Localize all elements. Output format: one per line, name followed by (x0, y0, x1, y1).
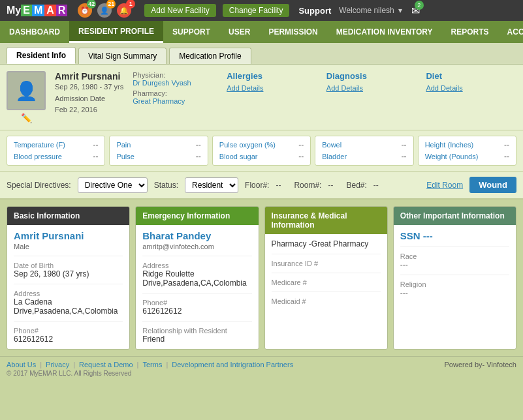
floor-label: Floor#: (245, 181, 269, 190)
copyright-text: © 2017 MyEMAR LLC. All Rights Reserved (7, 370, 516, 377)
edit-room-link[interactable]: Edit Room (426, 181, 463, 190)
vital-temperature: Temperature (F) -- Blood pressure -- (7, 136, 105, 166)
medicaid-label: Medicaid # (272, 297, 381, 305)
vital-blood-pressure-value: -- (93, 152, 98, 161)
physician-label: Physician: (133, 71, 165, 79)
diagnosis-add-link[interactable]: Add Details (326, 84, 363, 92)
allergies-block: Allergies Add Details (227, 71, 317, 123)
about-us-link[interactable]: About Us (7, 361, 36, 368)
dev-partners-link[interactable]: Development and Intrigration Partners (172, 361, 293, 368)
religion-value: --- (400, 288, 509, 297)
vital-height-value: -- (504, 140, 509, 149)
basic-info-card: Basic Information Amrit Pursnani Male Da… (7, 206, 130, 350)
person-icon-badge[interactable]: 👤 21 (97, 3, 112, 18)
basic-info-header: Basic Information (7, 207, 129, 225)
vital-height: Height (Inches) -- Weight (Pounds) -- (418, 136, 516, 166)
resident-name: Amrit Pursnani (55, 71, 123, 82)
profile-section: 👤 ✏️ Amrit Pursnani Sep 26, 1980 - 37 yr… (0, 65, 523, 130)
emergency-info-card: Emergency Information Bharat Pandey amri… (135, 206, 259, 350)
insurance-info-body: Pharmacy -Great Pharmacy Insurance ID # … (265, 234, 387, 310)
clock-icon-badge[interactable]: ⏰ 42 (78, 3, 92, 18)
bed-value: -- (373, 181, 379, 190)
vital-weight-value: -- (504, 152, 509, 161)
tab-medication-profile[interactable]: Medication Profile (169, 48, 251, 64)
info-cards: Basic Information Amrit Pursnani Male Da… (0, 200, 523, 356)
dropdown-arrow-icon[interactable]: ▾ (398, 6, 402, 15)
nav-user[interactable]: USER (219, 21, 259, 43)
status-select[interactable]: Resident (185, 177, 238, 193)
vital-pulse-value: -- (196, 152, 201, 161)
logo-my: My (7, 5, 21, 16)
tab-vital-sign-summary[interactable]: Vital Sign Summary (78, 48, 166, 64)
vital-pulse-oxygen-value: -- (298, 140, 304, 149)
vitals-section: Temperature (F) -- Blood pressure -- Pai… (0, 130, 523, 172)
insurance-pharmacy-label: Pharmacy -Great Pharmacy (272, 239, 381, 248)
vital-blood-pressure-label: Blood pressure (14, 153, 62, 160)
insurance-info-header: Insurance & Medical Information (265, 207, 387, 234)
emergency-relationship-value: Friend (142, 335, 251, 344)
nav-account-balance[interactable]: ACCOUNT BALANCE (498, 21, 523, 43)
physician-block: Physician: Dr Durgesh Vyash Pharmacy: Gr… (133, 71, 217, 123)
mail-icon[interactable]: ✉ 2 (411, 5, 420, 17)
tab-resident-info[interactable]: Resident Info (7, 47, 76, 64)
nav-dashboard[interactable]: DASHBOARD (0, 21, 69, 43)
religion-label: Religion (400, 280, 509, 288)
nav-medication-inventory[interactable]: MEDICATION INVENTORY (327, 21, 442, 43)
emergency-info-body: Bharat Pandey amritp@vinfotech.com Addre… (136, 225, 258, 349)
nav-reports[interactable]: REPORTS (442, 21, 498, 43)
emergency-contact-name: Bharat Pandey (142, 230, 251, 241)
pharmacy-name: Great Pharmacy (133, 97, 217, 105)
badge-21: 21 (106, 0, 116, 8)
directives-bar: Special Directives: Directive One Status… (0, 172, 523, 200)
wound-button[interactable]: Wound (469, 177, 516, 193)
admission-date: Feb 22, 2016 (55, 104, 123, 116)
bell-icon-badge[interactable]: 🔔 1 (117, 3, 131, 18)
diet-add-link[interactable]: Add Details (426, 84, 462, 92)
basic-phone-label: Phone# (14, 327, 123, 335)
physician-name: Dr Durgesh Vyash (133, 79, 217, 87)
allergies-title: Allergies (227, 71, 317, 81)
nav-permission[interactable]: PERMISSION (259, 21, 326, 43)
edit-icon[interactable]: ✏️ (21, 113, 32, 123)
terms-link[interactable]: Terms (142, 361, 162, 368)
welcome-text: Welcome nilesh (339, 6, 394, 15)
basic-address-value: La Cadena Drive,Pasadena,CA,Colombia (14, 297, 123, 316)
emergency-relationship-label: Relationship with Resident (142, 327, 251, 335)
other-info-body: SSN --- Race --- Religion --- (394, 225, 516, 303)
emergency-info-header: Emergency Information (136, 207, 258, 225)
bed-label: Bed#: (346, 181, 366, 190)
logo-m: M (32, 5, 44, 16)
logo-e: E (21, 5, 32, 16)
vital-pulse-oxygen-label: Pulse oxygen (%) (219, 141, 276, 149)
nav-support[interactable]: SUPPORT (163, 21, 219, 43)
room-value: -- (328, 181, 333, 190)
app-header: My E M A R ⏰ 42 👤 21 🔔 1 Add New Facilit… (0, 0, 523, 21)
header-icons: ⏰ 42 👤 21 🔔 1 Add New Facility Change Fa… (78, 3, 516, 18)
sub-nav: Resident Info Vital Sign Summary Medicat… (0, 43, 523, 65)
special-directives-select[interactable]: Directive One (78, 177, 148, 193)
request-demo-link[interactable]: Request a Demo (79, 361, 133, 368)
vital-bowel: Bowel -- Bladder -- (315, 136, 413, 166)
vital-pain: Pain -- Pulse -- (109, 136, 208, 166)
privacy-link[interactable]: Privacy (46, 361, 69, 368)
vital-pulse-oxygen: Pulse oxygen (%) -- Blood sugar -- (212, 136, 311, 166)
room-label: Room#: (294, 181, 321, 190)
nav-resident-profile[interactable]: RESIDENT PROFILE (69, 21, 163, 43)
ssn-value: SSN --- (400, 230, 509, 241)
vital-weight-label: Weight (Pounds) (425, 153, 479, 160)
insurance-info-card: Insurance & Medical Information Pharmacy… (264, 206, 388, 350)
add-facility-button[interactable]: Add New Facility (144, 4, 215, 17)
emergency-address-value: Ridge Roulette Drive,Pasadena,CA,Colombi… (142, 269, 251, 288)
change-facility-button[interactable]: Change Facility (223, 4, 290, 17)
vital-pulse-label: Pulse (116, 153, 135, 160)
basic-dob-value: Sep 26, 1980 (37 yrs) (14, 269, 123, 278)
basic-address-label: Address (14, 290, 123, 297)
status-label: Status: (154, 181, 178, 190)
basic-resident-name: Amrit Pursnani (14, 230, 123, 241)
emergency-phone-label: Phone# (142, 299, 251, 307)
footer-links: About Us | Privacy | Request a Demo | Te… (7, 361, 445, 368)
mail-badge: 2 (415, 1, 424, 10)
logo-r: R (56, 5, 68, 16)
allergies-add-link[interactable]: Add Details (227, 84, 263, 92)
app-logo: My E M A R (7, 5, 67, 16)
